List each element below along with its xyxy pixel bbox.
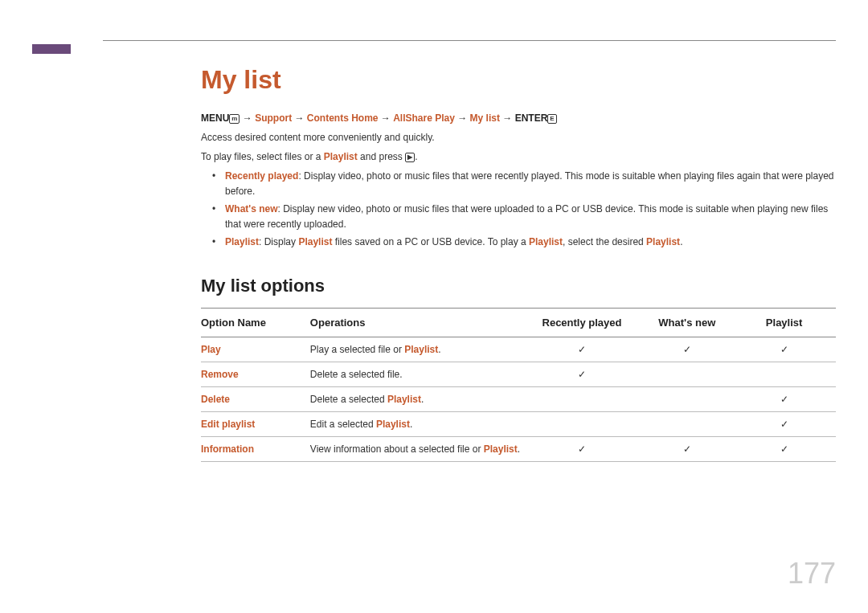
- table-row: Delete Delete a selected Playlist. ✓: [201, 386, 836, 411]
- breadcrumb-my-list: My list: [470, 112, 500, 124]
- check-icon: [529, 411, 642, 436]
- playlist-term: Playlist: [646, 236, 680, 247]
- arrow-icon: →: [502, 112, 512, 124]
- intro-text-1: Access desired content more conveniently…: [201, 130, 836, 145]
- table-row: Information View information about a sel…: [201, 436, 836, 461]
- playlist-term: Playlist: [404, 344, 438, 355]
- check-icon: ✓: [739, 386, 836, 411]
- playlist-term: Playlist: [376, 419, 410, 430]
- check-icon: ✓: [739, 436, 836, 461]
- check-icon: [739, 362, 836, 386]
- playlist-term: Playlist: [324, 151, 358, 162]
- playlist-term: Playlist: [225, 236, 259, 247]
- op-text: .: [410, 419, 412, 430]
- playlist-term: Playlist: [529, 236, 563, 247]
- op-text: Play a selected file or: [310, 344, 404, 355]
- arrow-icon: →: [457, 112, 467, 124]
- intro-text-fragment: and press: [358, 151, 405, 162]
- table-row: Remove Delete a selected file. ✓: [201, 362, 836, 386]
- check-icon: ✓: [529, 362, 642, 386]
- breadcrumb: MENUm → Support → Contents Home → AllSha…: [201, 112, 836, 124]
- playlist-term: Playlist: [484, 443, 518, 455]
- check-icon: [641, 411, 739, 436]
- check-icon: ✓: [529, 337, 642, 362]
- list-item: What's new: Display new video, photo or …: [225, 202, 836, 231]
- list-item-text: : Display: [259, 236, 298, 247]
- col-operations: Operations: [310, 308, 529, 337]
- option-name: Delete: [201, 386, 310, 411]
- op-text: Edit a selected: [310, 419, 376, 430]
- top-divider: [103, 40, 836, 41]
- table-row: Edit playlist Edit a selected Playlist. …: [201, 411, 836, 436]
- check-icon: [641, 386, 739, 411]
- menu-icon: m: [229, 114, 240, 124]
- check-icon: ✓: [739, 337, 836, 362]
- col-option-name: Option Name: [201, 308, 310, 337]
- list-item: Playlist: Display Playlist files saved o…: [225, 235, 836, 250]
- list-item-text: .: [680, 236, 682, 247]
- list-item-text: : Display video, photo or music files th…: [225, 170, 834, 197]
- list-item: Recently played: Display video, photo or…: [225, 169, 836, 198]
- page-title: My list: [201, 65, 836, 95]
- arrow-icon: →: [243, 112, 252, 124]
- playlist-term: Playlist: [387, 394, 421, 405]
- main-content: My list MENUm → Support → Contents Home …: [201, 65, 836, 462]
- playlist-term: Playlist: [298, 236, 332, 247]
- recently-played-term: Recently played: [225, 170, 298, 182]
- check-icon: ✓: [641, 337, 739, 362]
- arrow-icon: →: [295, 112, 305, 124]
- op-text: Delete a selected: [310, 394, 387, 405]
- option-operation: Edit a selected Playlist.: [310, 411, 529, 436]
- whats-new-term: What's new: [225, 203, 278, 215]
- option-name: Remove: [201, 362, 310, 386]
- op-text: .: [518, 443, 520, 455]
- breadcrumb-enter: ENTER: [515, 112, 548, 124]
- check-icon: ✓: [641, 436, 739, 461]
- option-operation: View information about a selected file o…: [310, 436, 529, 461]
- list-item-text: files saved on a PC or USB device. To pl…: [332, 236, 529, 247]
- col-recently-played: Recently played: [529, 308, 642, 337]
- breadcrumb-allshare-play: AllShare Play: [393, 112, 455, 124]
- option-name: Play: [201, 337, 310, 362]
- list-item-text: : Display new video, photo or music file…: [225, 203, 828, 230]
- check-icon: ✓: [529, 436, 642, 461]
- check-icon: [529, 386, 642, 411]
- breadcrumb-contents-home: Contents Home: [307, 112, 379, 124]
- chapter-tab: [32, 44, 71, 54]
- col-playlist: Playlist: [739, 308, 836, 337]
- check-icon: ✓: [739, 411, 836, 436]
- intro-text-2: To play files, select files or a Playlis…: [201, 149, 836, 164]
- list-item-text: , select the desired: [563, 236, 646, 247]
- enter-icon: E: [547, 114, 556, 124]
- breadcrumb-support: Support: [255, 112, 292, 124]
- page-number: 177: [788, 557, 836, 591]
- breadcrumb-menu: MENU: [201, 112, 229, 124]
- col-whats-new: What's new: [641, 308, 739, 337]
- section-heading: My list options: [201, 276, 836, 296]
- op-text: View information about a selected file o…: [310, 443, 484, 455]
- intro-text-fragment: To play files, select files or a: [201, 151, 324, 162]
- op-text: .: [438, 344, 440, 355]
- play-icon: ▶: [405, 153, 415, 162]
- intro-text-fragment: .: [415, 151, 417, 162]
- option-name: Information: [201, 436, 310, 461]
- option-operation: Delete a selected file.: [310, 362, 529, 386]
- check-icon: [641, 362, 739, 386]
- option-operation: Delete a selected Playlist.: [310, 386, 529, 411]
- bullet-list: Recently played: Display video, photo or…: [225, 169, 836, 250]
- options-table: Option Name Operations Recently played W…: [201, 308, 836, 462]
- table-body: Play Play a selected file or Playlist. ✓…: [201, 337, 836, 461]
- option-operation: Play a selected file or Playlist.: [310, 337, 529, 362]
- op-text: .: [421, 394, 424, 405]
- op-text: Delete a selected file.: [310, 369, 403, 380]
- table-row: Play Play a selected file or Playlist. ✓…: [201, 337, 836, 362]
- table-header-row: Option Name Operations Recently played W…: [201, 308, 836, 337]
- arrow-icon: →: [381, 112, 391, 124]
- option-name: Edit playlist: [201, 411, 310, 436]
